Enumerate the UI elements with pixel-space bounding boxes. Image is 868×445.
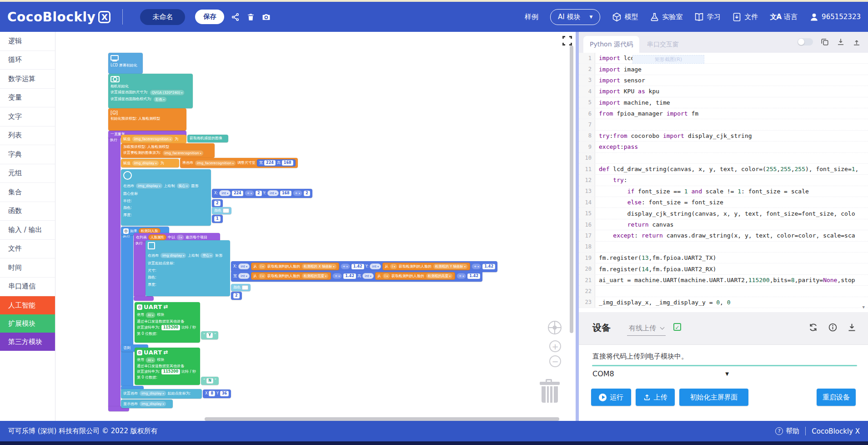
dropdown-chip[interactable]: ÷▾ xyxy=(472,263,481,269)
value-field[interactable]: 1.42 xyxy=(467,273,480,279)
origin-xy-value[interactable]: X8Y36 xyxy=(203,389,231,398)
dropdown-chip[interactable]: int▾ xyxy=(362,273,374,279)
nested-block[interactable]: 从i▾获取检测到的人脸的检测框的 Y 轴坐标▾ xyxy=(382,263,470,270)
dropdown-chip[interactable]: i▾ xyxy=(176,234,184,240)
save-button[interactable]: 保存 xyxy=(195,10,224,24)
dropdown-chip[interactable]: ÷▾ xyxy=(245,190,254,196)
value-field[interactable]: 224 xyxy=(232,191,243,196)
sidebar-item-第三方模块[interactable]: 第三方模块 xyxy=(0,333,55,351)
dropdown-chip[interactable]: img_display▾ xyxy=(139,401,166,407)
sidebar-item-输入 / 输出[interactable]: 输入 / 输出 xyxy=(0,221,55,240)
copy-icon[interactable] xyxy=(821,38,829,46)
dropdown-chip[interactable]: 空心▾ xyxy=(200,253,214,258)
download-code-icon[interactable] xyxy=(837,38,845,46)
rect-thickness-value[interactable]: 2 xyxy=(231,292,242,300)
circle-radius-value[interactable]: 2 xyxy=(212,199,223,207)
value-field[interactable]: 2 xyxy=(233,293,240,298)
sidebar-item-逻辑[interactable]: 逻辑 xyxy=(0,32,55,51)
workspace-trash-icon[interactable] xyxy=(541,379,558,403)
user-account[interactable]: 965152323 xyxy=(809,12,861,22)
nav-learn[interactable]: 学习 xyxy=(694,12,720,22)
dropdown-chip[interactable]: int▾ xyxy=(238,273,250,279)
download-firmware-icon[interactable] xyxy=(847,323,857,334)
rect-color-value[interactable]: 颜色 xyxy=(231,284,251,291)
nav-lab[interactable]: 实验室 xyxy=(650,12,682,22)
scroll-down-icon[interactable]: ▼ xyxy=(863,305,865,309)
circle-color-value[interactable]: 颜色 xyxy=(212,207,231,214)
nested-block[interactable]: 从i▾获取检测到的人脸的检测框的 X 轴坐标▾ xyxy=(251,263,339,270)
draw-rect-block[interactable]: 在画布img display▾上绘制空心▾矩形设置起始点坐标:尺寸:颜色:厚度: xyxy=(146,240,230,296)
dropdown-chip[interactable]: int▾ xyxy=(238,263,250,269)
dropdown-chip[interactable]: 实心▾ xyxy=(176,183,190,189)
sidebar-item-文字[interactable]: 文字 xyxy=(0,107,55,126)
value-field[interactable]: 2 xyxy=(214,201,221,206)
value-field[interactable]: 168 xyxy=(280,191,291,196)
workspace-vertical-scrollbar[interactable] xyxy=(570,46,573,333)
dropdown-chip[interactable]: QVGA (320*240)▾ xyxy=(150,90,185,96)
dropdown-chip[interactable]: img_facerecognition▾ xyxy=(195,160,236,166)
dropdown-chip[interactable]: int▾ xyxy=(219,190,231,196)
dropdown-chip[interactable]: img_display▾ xyxy=(135,183,163,189)
dropdown-chip[interactable]: img_facerecognition▾ xyxy=(132,136,173,142)
value-field[interactable]: 224 xyxy=(264,160,276,166)
dropdown-chip[interactable]: ÷▾ xyxy=(457,273,466,279)
dropdown-chip[interactable]: ÷▾ xyxy=(293,190,302,196)
dropdown-chip[interactable]: img display▾ xyxy=(160,253,186,258)
dropdown-chip[interactable]: 彩色▾ xyxy=(153,96,167,102)
dropdown-chip[interactable]: i▾ xyxy=(258,273,266,279)
foreach-bar[interactable]: 执行 xyxy=(134,240,146,296)
resize-canvas-block[interactable]: 将画布img_facerecognition▾调整尺寸至宽224高168 xyxy=(180,158,298,168)
dropdown-chip[interactable]: i▾ xyxy=(258,263,266,269)
dropdown-chip[interactable]: 检测框的高度▾ xyxy=(426,273,453,279)
dropdown-chip[interactable]: int▾ xyxy=(370,263,381,269)
circle-thickness-value[interactable]: 1 xyxy=(212,215,223,223)
device-checkbox[interactable]: ✓ xyxy=(673,323,681,331)
nav-language[interactable]: 文A 语言 xyxy=(770,13,798,21)
value-field[interactable]: 1.42 xyxy=(482,264,495,269)
run-button[interactable]: 运行 xyxy=(591,389,631,406)
value-field[interactable]: N xyxy=(206,378,213,384)
dropdown-chip[interactable]: img_display▾ xyxy=(132,160,159,166)
if-bar[interactable]: 执行 xyxy=(121,233,133,386)
get-camera-image-block[interactable]: 获取相机捕捉的图像 xyxy=(187,135,228,142)
value-field[interactable]: 2 xyxy=(256,191,262,196)
sidebar-item-文件[interactable]: 文件 xyxy=(0,240,55,259)
sidebar-item-列表[interactable]: 列表 xyxy=(0,126,55,146)
module-dropdown[interactable]: AI 模块 ▼ xyxy=(550,9,600,25)
string-y-value[interactable]: “Y” xyxy=(201,331,218,339)
sidebar-item-字典[interactable]: 字典 xyxy=(0,145,55,164)
dropdown-chip[interactable]: 检测框的 X 轴坐标▾ xyxy=(301,263,336,269)
string-n-value[interactable]: “N” xyxy=(201,377,219,385)
restart-device-button[interactable]: 重启设备 xyxy=(817,389,856,406)
screenshot-camera-icon[interactable] xyxy=(262,13,271,21)
camera-init-block[interactable]: 相机初始化设置捕捉画面的尺寸为:QVGA (320*240)▾设置捕捉画面颜色模… xyxy=(108,74,193,108)
value-field[interactable]: 115200 xyxy=(161,325,180,330)
nested-block[interactable]: 从i▾获取检测到的人脸的检测框的高度▾ xyxy=(375,272,455,280)
dropdown-chip[interactable]: int▾ xyxy=(267,190,279,196)
upload-cloud-icon[interactable] xyxy=(853,38,861,46)
value-field[interactable]: 1 xyxy=(214,216,221,222)
dropdown-chip[interactable]: 检测框的宽度▾ xyxy=(301,273,329,279)
trash-icon[interactable] xyxy=(246,13,255,21)
face-model-init-block[interactable]: [☺]初始化预设模型: 人脸检测模型 xyxy=(108,108,186,131)
panel-divider[interactable] xyxy=(576,32,579,421)
load-model-block[interactable]: 加载预设模型: 人脸检测模型设置要检测的图像源为:img_facerecogni… xyxy=(121,143,215,158)
value-field[interactable]: 36 xyxy=(220,391,229,396)
sidebar-item-扩展模块[interactable]: 扩展模块 xyxy=(0,314,55,333)
recenter-target-icon[interactable] xyxy=(548,321,562,334)
zoom-out-icon[interactable]: − xyxy=(549,355,561,367)
sidebar-item-人工智能[interactable]: 人工智能 xyxy=(0,296,55,314)
fullscreen-icon[interactable] xyxy=(562,36,572,46)
sidebar-item-函数[interactable]: 函数 xyxy=(0,202,55,221)
sidebar-item-循环[interactable]: 循环 xyxy=(0,51,55,70)
dropdown-chip[interactable]: 人脸属性 xyxy=(148,234,166,240)
nested-block[interactable]: 从i▾获取检测到的人脸的检测框的宽度▾ xyxy=(251,272,331,280)
workspace-horizontal-scrollbar[interactable] xyxy=(205,417,559,421)
color-swatch[interactable] xyxy=(242,285,248,290)
sidebar-item-时间[interactable]: 时间 xyxy=(0,258,55,278)
value-field[interactable]: 115200 xyxy=(161,369,180,374)
nav-samples[interactable]: 样例 xyxy=(525,13,538,21)
value-field[interactable]: 1.42 xyxy=(343,273,356,279)
rect-size-wh-row[interactable]: 宽int▾从i▾获取检测到的人脸的检测框的宽度▾÷▾1.42高int▾从i▾获取… xyxy=(231,271,482,282)
help-link[interactable]: ? 帮助 xyxy=(775,427,799,435)
